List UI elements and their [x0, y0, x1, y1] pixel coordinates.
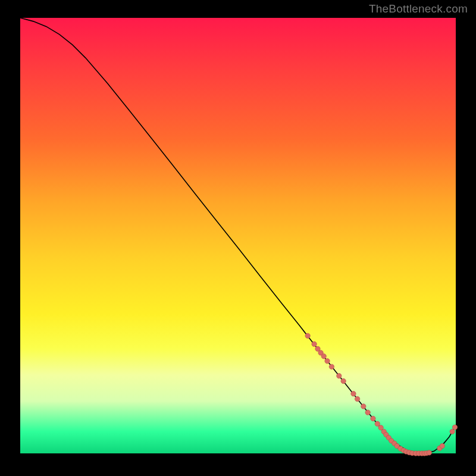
chart-svg [20, 18, 456, 453]
data-point [341, 378, 346, 383]
data-point [427, 450, 431, 455]
data-point [351, 392, 356, 396]
data-point [355, 396, 359, 401]
data-point [329, 364, 334, 369]
data-point [452, 425, 457, 430]
data-points-group [305, 333, 458, 456]
attribution-text: TheBottleneck.com [369, 2, 468, 15]
data-point [365, 410, 370, 415]
data-point [371, 416, 375, 421]
curve-line [20, 18, 456, 453]
data-point [321, 354, 326, 359]
data-point [375, 421, 380, 426]
data-point [440, 443, 444, 448]
data-point [305, 333, 310, 338]
data-point [325, 359, 330, 364]
data-point [312, 342, 317, 346]
data-point [337, 374, 342, 378]
data-point [450, 429, 455, 434]
data-point [361, 404, 366, 409]
